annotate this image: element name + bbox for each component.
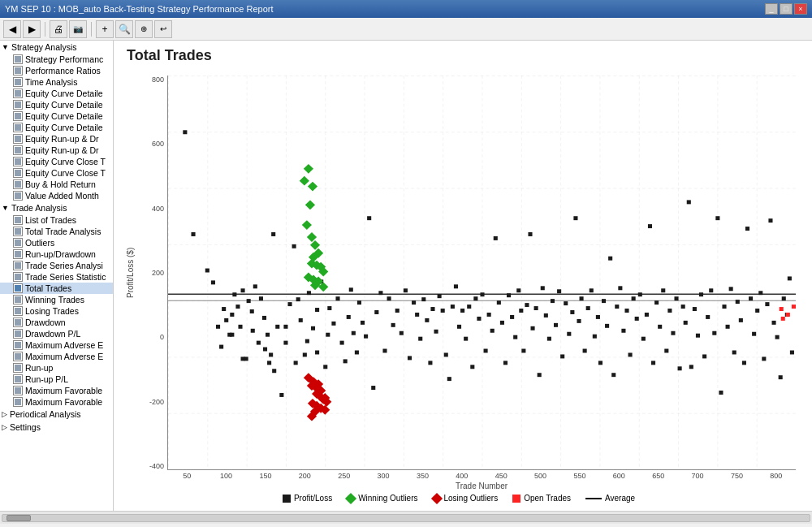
- svg-rect-107: [538, 373, 542, 377]
- scrollbar-track[interactable]: [2, 514, 810, 522]
- print-button[interactable]: 🖨: [50, 20, 67, 38]
- sidebar-item[interactable]: Strategy Performanc: [0, 54, 113, 65]
- window-controls[interactable]: _ □ ×: [765, 3, 807, 15]
- sidebar-item[interactable]: Buy & Hold Return: [0, 179, 113, 190]
- sidebar-item[interactable]: Maximum Favorable: [0, 385, 113, 396]
- item-icon: [13, 227, 23, 236]
- sidebar-item[interactable]: Winning Trades: [0, 294, 113, 305]
- scrollbar-thumb[interactable]: [6, 515, 31, 521]
- periodical-section-label: Periodical Analysis: [10, 409, 81, 419]
- svg-rect-156: [696, 334, 700, 338]
- sidebar-item[interactable]: Equity Curve Detaile: [0, 122, 113, 133]
- svg-rect-92: [490, 329, 495, 333]
- svg-rect-177: [765, 302, 769, 306]
- sidebar-item[interactable]: Total Trades: [0, 283, 113, 294]
- back-button[interactable]: ◀: [3, 20, 21, 38]
- sidebar-section-strategy[interactable]: ▼ Strategy Analysis: [0, 41, 113, 54]
- svg-rect-70: [418, 337, 422, 341]
- zoom-in-button[interactable]: +: [96, 20, 114, 38]
- item-icon: [13, 134, 23, 144]
- sidebar-section-trade[interactable]: ▼ Trade Analysis: [0, 201, 113, 214]
- zoom-all-button[interactable]: ⊕: [135, 20, 153, 38]
- item-icon: [13, 363, 23, 373]
- svg-rect-67: [408, 356, 412, 360]
- svg-rect-47: [335, 296, 339, 300]
- reset-button[interactable]: ↩: [154, 20, 172, 38]
- svg-rect-167: [732, 351, 736, 355]
- item-icon: [13, 374, 23, 384]
- svg-rect-17: [232, 292, 236, 296]
- sidebar-item[interactable]: Equity Curve Close T: [0, 156, 113, 167]
- svg-rect-54: [357, 300, 361, 305]
- sidebar-item[interactable]: Equity Curve Detaile: [0, 99, 113, 110]
- sidebar-item[interactable]: Run-up/Drawdown: [0, 248, 113, 260]
- svg-rect-101: [519, 309, 523, 313]
- screenshot-button[interactable]: 📷: [69, 20, 87, 38]
- svg-rect-106: [534, 306, 538, 310]
- sidebar-item[interactable]: Time Analysis: [0, 76, 113, 88]
- svg-rect-130: [611, 373, 615, 377]
- svg-rect-188: [251, 329, 255, 333]
- sidebar-section-periodical[interactable]: ▷ Periodical Analysis: [0, 408, 113, 421]
- close-button[interactable]: ×: [794, 3, 807, 15]
- sidebar-item[interactable]: Trade Series Analysi: [0, 260, 113, 271]
- minimize-button[interactable]: _: [765, 3, 778, 15]
- svg-rect-50: [347, 315, 351, 319]
- zoom-out-button[interactable]: 🔍: [115, 20, 133, 38]
- svg-rect-62: [387, 296, 391, 300]
- item-icon: [13, 168, 23, 178]
- sidebar-item[interactable]: Maximum Adverse E: [0, 351, 113, 362]
- sidebar-item[interactable]: Run-up: [0, 362, 113, 374]
- sidebar-item[interactable]: Maximum Favorable: [0, 396, 113, 408]
- item-icon: [13, 54, 23, 64]
- sidebar-item[interactable]: Drawdown: [0, 317, 113, 328]
- sidebar-item[interactable]: Run-up P/L: [0, 374, 113, 385]
- item-icon: [13, 272, 23, 282]
- svg-rect-159: [706, 315, 710, 319]
- svg-rect-138: [638, 292, 642, 296]
- sidebar-item[interactable]: Total Trade Analysis: [0, 226, 113, 237]
- svg-rect-98: [510, 315, 514, 319]
- svg-rect-84: [464, 337, 468, 341]
- svg-rect-121: [583, 349, 587, 353]
- svg-rect-13: [222, 307, 226, 311]
- bottom-scrollbar[interactable]: [0, 511, 812, 524]
- sidebar-item[interactable]: Equity Run-up & Dr: [0, 145, 113, 156]
- sidebar-item[interactable]: Equity Run-up & Dr: [0, 133, 113, 145]
- sidebar-item[interactable]: Performance Ratios: [0, 65, 113, 76]
- toolbar-sep-2: [91, 22, 92, 37]
- svg-rect-38: [299, 318, 303, 322]
- svg-rect-20: [241, 288, 245, 292]
- sidebar-item[interactable]: Drawdown P/L: [0, 328, 113, 339]
- svg-rect-59: [374, 310, 378, 314]
- svg-rect-136: [632, 296, 636, 300]
- svg-rect-97: [507, 293, 511, 297]
- svg-rect-42: [315, 308, 319, 312]
- sidebar-item[interactable]: Equity Curve Detaile: [0, 110, 113, 122]
- svg-rect-176: [762, 356, 766, 361]
- sidebar-item[interactable]: Equity Curve Detaile: [0, 88, 113, 99]
- forward-button[interactable]: ▶: [23, 20, 41, 38]
- sidebar-item[interactable]: List of Trades: [0, 214, 113, 226]
- maximize-button[interactable]: □: [780, 3, 793, 15]
- sidebar-item[interactable]: Losing Trades: [0, 305, 113, 317]
- svg-rect-14: [224, 318, 228, 322]
- svg-rect-68: [412, 300, 416, 305]
- svg-rect-139: [641, 337, 646, 341]
- sidebar-section-settings[interactable]: ▷ Settings: [0, 421, 113, 434]
- svg-rect-58: [371, 386, 375, 390]
- svg-rect-126: [598, 361, 603, 365]
- sidebar-item[interactable]: Value Added Month: [0, 190, 113, 201]
- sidebar-item[interactable]: Outliers: [0, 237, 113, 248]
- svg-rect-29: [267, 361, 271, 365]
- svg-rect-78: [444, 352, 448, 356]
- sidebar-item[interactable]: Maximum Adverse E: [0, 339, 113, 351]
- svg-rect-116: [567, 332, 571, 336]
- chart-title: Total Trades: [114, 41, 812, 67]
- svg-rect-53: [355, 351, 359, 355]
- item-icon: [13, 249, 23, 259]
- svg-rect-132: [618, 286, 622, 290]
- sidebar-item[interactable]: Equity Curve Close T: [0, 167, 113, 179]
- sidebar-item[interactable]: Trade Series Statistic: [0, 271, 113, 283]
- svg-rect-118: [573, 216, 577, 220]
